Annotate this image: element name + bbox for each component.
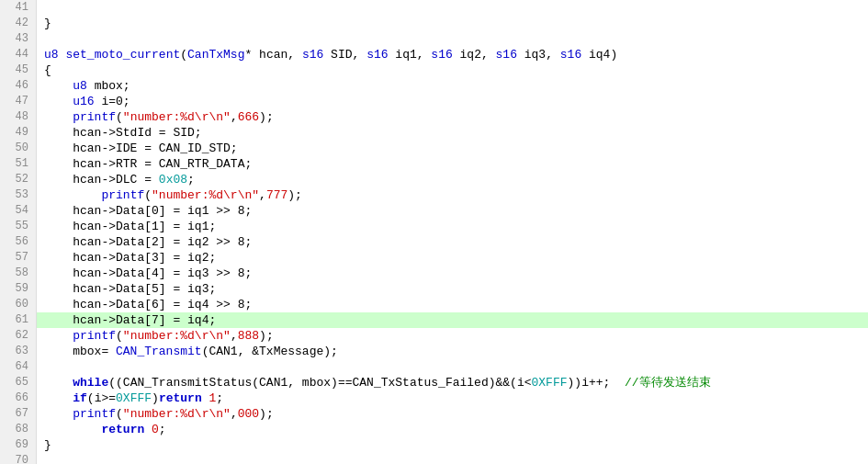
code-line: 42} (0, 16, 868, 31)
code-line: 60 hcan->Data[6] = iq4 >> 8; (0, 297, 868, 312)
line-number: 55 (0, 219, 37, 234)
line-content: if(i>=0XFFF)return 1; (37, 390, 868, 406)
code-line: 41 (0, 0, 868, 16)
line-number: 47 (0, 94, 37, 109)
code-line: 64 (0, 359, 868, 375)
line-number: 62 (0, 328, 37, 344)
code-line: 68 return 0; (0, 422, 868, 437)
code-line: 46 u8 mbox; (0, 78, 868, 94)
line-content: printf("number:%d\r\n",666); (37, 109, 868, 125)
line-number: 69 (0, 437, 37, 453)
line-content: } (37, 16, 868, 31)
line-number: 56 (0, 234, 37, 250)
code-line: 65 while((CAN_TransmitStatus(CAN1, mbox)… (0, 375, 868, 390)
code-line: 47 u16 i=0; (0, 94, 868, 109)
line-content: hcan->DLC = 0x08; (37, 172, 868, 187)
line-content: { (37, 62, 868, 78)
line-number: 49 (0, 125, 37, 141)
code-line: 49 hcan->StdId = SID; (0, 125, 868, 141)
line-content: hcan->Data[0] = iq1 >> 8; (37, 203, 868, 219)
line-number: 68 (0, 422, 37, 437)
line-content: printf("number:%d\r\n",000); (37, 406, 868, 422)
code-line: 57 hcan->Data[3] = iq2; (0, 250, 868, 266)
line-number: 51 (0, 156, 37, 172)
code-line: 61 hcan->Data[7] = iq4; (0, 312, 868, 328)
line-content: hcan->Data[6] = iq4 >> 8; (37, 297, 868, 312)
code-line: 44u8 set_moto_current(CanTxMsg* hcan, s1… (0, 47, 868, 62)
code-line: 43 (0, 31, 868, 47)
line-content: u16 i=0; (37, 94, 868, 109)
code-line: 69} (0, 437, 868, 453)
line-number: 64 (0, 359, 37, 375)
line-number: 70 (0, 453, 37, 464)
line-number: 67 (0, 406, 37, 422)
code-line: 70 (0, 453, 868, 464)
line-content: hcan->IDE = CAN_ID_STD; (37, 141, 868, 156)
line-number: 44 (0, 47, 37, 62)
line-content: return 0; (37, 422, 868, 437)
line-content: u8 mbox; (37, 78, 868, 94)
line-number: 41 (0, 0, 37, 16)
code-line: 50 hcan->IDE = CAN_ID_STD; (0, 141, 868, 156)
line-number: 57 (0, 250, 37, 266)
line-content (37, 0, 868, 16)
code-line: 48 printf("number:%d\r\n",666); (0, 109, 868, 125)
line-content: hcan->Data[2] = iq2 >> 8; (37, 234, 868, 250)
code-line: 55 hcan->Data[1] = iq1; (0, 219, 868, 234)
code-line: 67 printf("number:%d\r\n",000); (0, 406, 868, 422)
line-number: 60 (0, 297, 37, 312)
line-number: 63 (0, 344, 37, 359)
line-number: 61 (0, 312, 37, 328)
line-number: 65 (0, 375, 37, 390)
line-content: hcan->Data[4] = iq3 >> 8; (37, 266, 868, 281)
code-line: 62 printf("number:%d\r\n",888); (0, 328, 868, 344)
line-content: u8 set_moto_current(CanTxMsg* hcan, s16 … (37, 47, 868, 62)
code-line: 51 hcan->RTR = CAN_RTR_DATA; (0, 156, 868, 172)
code-line: 59 hcan->Data[5] = iq3; (0, 281, 868, 297)
line-number: 48 (0, 109, 37, 125)
code-line: 54 hcan->Data[0] = iq1 >> 8; (0, 203, 868, 219)
line-content: mbox= CAN_Transmit(CAN1, &TxMessage); (37, 344, 868, 359)
line-content: hcan->Data[5] = iq3; (37, 281, 868, 297)
line-content: hcan->Data[3] = iq2; (37, 250, 868, 266)
line-number: 50 (0, 141, 37, 156)
line-content: } (37, 437, 868, 453)
line-content: hcan->StdId = SID; (37, 125, 868, 141)
line-number: 58 (0, 266, 37, 281)
line-number: 66 (0, 390, 37, 406)
line-number: 53 (0, 187, 37, 203)
line-content: while((CAN_TransmitStatus(CAN1, mbox)==C… (37, 375, 868, 390)
line-number: 46 (0, 78, 37, 94)
line-content: printf("number:%d\r\n",888); (37, 328, 868, 344)
line-content: printf("number:%d\r\n",777); (37, 187, 868, 203)
code-line: 52 hcan->DLC = 0x08; (0, 172, 868, 187)
code-line: 63 mbox= CAN_Transmit(CAN1, &TxMessage); (0, 344, 868, 359)
line-content: hcan->RTR = CAN_RTR_DATA; (37, 156, 868, 172)
code-line: 56 hcan->Data[2] = iq2 >> 8; (0, 234, 868, 250)
line-content: hcan->Data[7] = iq4; (37, 312, 868, 328)
code-line: 66 if(i>=0XFFF)return 1; (0, 390, 868, 406)
code-line: 58 hcan->Data[4] = iq3 >> 8; (0, 266, 868, 281)
line-number: 52 (0, 172, 37, 187)
code-line: 45{ (0, 62, 868, 78)
line-content: hcan->Data[1] = iq1; (37, 219, 868, 234)
line-number: 42 (0, 16, 37, 31)
line-number: 54 (0, 203, 37, 219)
code-container: 41 42}4344u8 set_moto_current(CanTxMsg* … (0, 0, 868, 464)
line-number: 59 (0, 281, 37, 297)
line-number: 43 (0, 31, 37, 47)
code-line: 53 printf("number:%d\r\n",777); (0, 187, 868, 203)
line-number: 45 (0, 62, 37, 78)
